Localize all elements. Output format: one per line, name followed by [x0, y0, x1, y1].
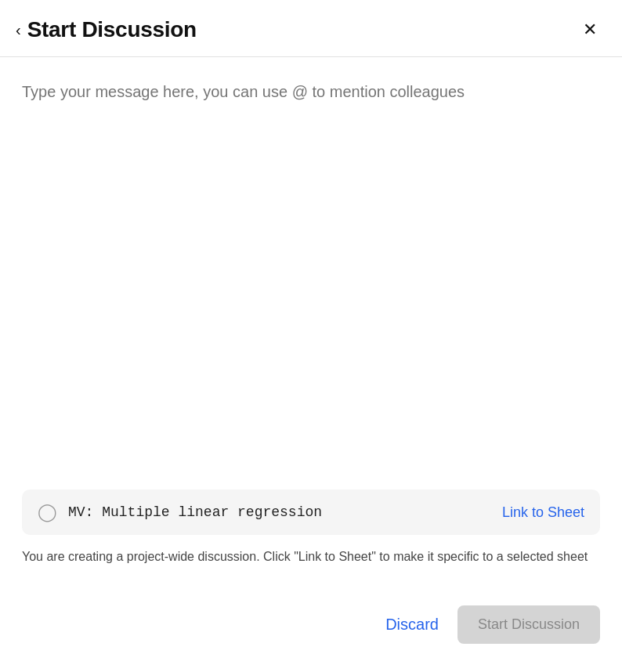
start-discussion-button[interactable]: Start Discussion [457, 605, 600, 644]
dialog-footer: Discard Start Discussion [0, 590, 622, 672]
hint-text: You are creating a project-wide discussi… [22, 547, 600, 566]
sheet-link-row: ◯ MV: Multiple linear regression Link to… [22, 490, 600, 535]
discard-button[interactable]: Discard [385, 616, 439, 634]
header-left: ‹ Start Discussion [16, 17, 197, 42]
dialog-title: Start Discussion [27, 17, 197, 42]
main-content: ◯ MV: Multiple linear regression Link to… [0, 57, 622, 590]
link-to-sheet-button[interactable]: Link to Sheet [502, 504, 584, 521]
dialog-header: ‹ Start Discussion ✕ [0, 0, 622, 57]
location-icon: ◯ [38, 504, 57, 521]
message-input[interactable] [22, 81, 600, 490]
back-button[interactable]: ‹ [16, 22, 21, 38]
sheet-name-label: MV: Multiple linear regression [68, 504, 491, 520]
close-button[interactable]: ✕ [580, 18, 600, 42]
